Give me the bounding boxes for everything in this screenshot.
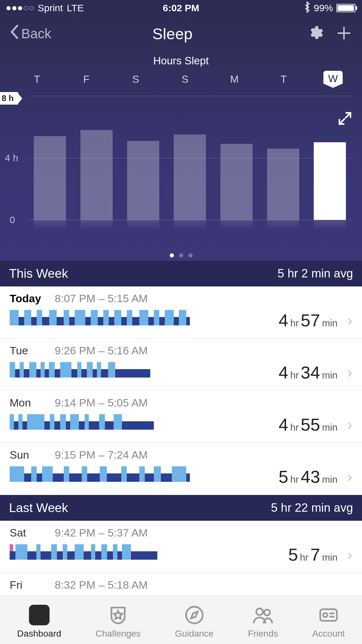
sleep-pattern-graph — [10, 414, 190, 430]
chart-day-label[interactable]: T — [274, 73, 293, 85]
sleep-duration: 4hr 57min — [279, 310, 338, 330]
sleep-time-range: 9:15 PM – 7:24 AM — [55, 449, 148, 461]
status-time: 6:02 PM — [163, 3, 199, 14]
sleep-row[interactable]: Mon 9:14 PM – 5:05 AM 4hr 55min › — [0, 391, 362, 443]
chart-bar[interactable] — [174, 135, 206, 220]
chart-day-label[interactable]: S — [126, 73, 145, 85]
compass-icon — [183, 604, 205, 626]
sleep-day-label: Tue — [10, 344, 40, 357]
svg-point-12 — [42, 614, 44, 616]
svg-point-17 — [323, 613, 327, 617]
sleep-time-range: 9:26 PM – 5:16 AM — [55, 344, 148, 357]
chevron-left-icon — [10, 24, 19, 43]
tab-label: Guidance — [175, 629, 214, 639]
tab-label: Friends — [248, 629, 278, 639]
tab-label: Account — [312, 629, 345, 639]
chart-bar[interactable] — [80, 130, 113, 220]
bluetooth-icon — [303, 2, 311, 15]
chart-y-tick: 0 — [10, 214, 15, 225]
chart-day-label[interactable]: T — [27, 73, 47, 85]
network-label: LTE — [67, 3, 84, 14]
svg-point-4 — [33, 608, 36, 611]
sleep-day-label: Fri — [10, 579, 40, 591]
section-title: Last Week — [9, 501, 68, 515]
svg-point-1 — [38, 621, 41, 623]
svg-point-15 — [264, 610, 270, 615]
sleep-pattern-graph — [10, 466, 190, 482]
sleep-duration: 5hr 7min — [288, 545, 338, 565]
section-header: This Week 5 hr 2 min avg — [0, 261, 362, 286]
sleep-day-label: Sun — [10, 449, 40, 461]
sleep-chart: Hours Slept TFSSMTW 8 h 4 h0 — [0, 51, 362, 261]
carrier-label: Sprint — [38, 3, 63, 14]
svg-point-11 — [34, 614, 37, 616]
section-header: Last Week 5 hr 22 min avg — [0, 495, 362, 521]
svg-point-0 — [38, 606, 41, 609]
tab-guidance[interactable]: Guidance — [175, 604, 214, 639]
tab-bar: Dashboard Challenges Guidance Friends Ac… — [0, 596, 362, 644]
tab-dashboard[interactable]: Dashboard — [17, 604, 61, 639]
tab-account[interactable]: Account — [312, 604, 345, 639]
gear-icon[interactable] — [307, 25, 323, 43]
chart-day-label[interactable]: S — [175, 73, 195, 85]
chart-day-label[interactable]: W — [323, 71, 343, 88]
svg-point-8 — [38, 613, 41, 616]
svg-point-10 — [38, 617, 40, 620]
chevron-right-icon: › — [347, 468, 352, 485]
svg-point-9 — [38, 610, 40, 612]
svg-point-13 — [186, 607, 203, 623]
chart-bar[interactable] — [34, 136, 66, 220]
chevron-right-icon: › — [347, 311, 352, 329]
page-title: Sleep — [38, 25, 307, 43]
account-icon — [318, 604, 339, 626]
sleep-pattern-graph — [10, 544, 190, 560]
sleep-pattern-graph — [10, 310, 190, 325]
chevron-right-icon: › — [347, 546, 352, 563]
section-title: This Week — [9, 266, 68, 281]
battery-icon — [336, 4, 356, 12]
sleep-day-label: Sat — [10, 527, 40, 539]
chart-bar[interactable] — [267, 149, 299, 220]
chart-y-tick: 4 h — [5, 153, 18, 163]
friends-icon — [252, 604, 274, 626]
chevron-right-icon: › — [347, 415, 352, 433]
svg-point-3 — [45, 613, 48, 616]
signal-strength-icon — [6, 6, 34, 10]
sleep-time-range: 9:14 PM – 5:05 AM — [55, 397, 148, 409]
sleep-row[interactable]: Sun 9:15 PM – 7:24 AM 5hr 43min › — [0, 443, 362, 495]
battery-percent: 99% — [314, 3, 333, 14]
sleep-row[interactable]: Sat 9:42 PM – 5:37 AM 5hr 7min › — [0, 521, 362, 573]
goal-badge: 8 h — [0, 92, 18, 105]
sleep-pattern-graph — [10, 362, 190, 378]
sleep-duration: 4hr 34min — [279, 362, 338, 382]
section-avg: 5 hr 2 min avg — [278, 267, 353, 280]
section-avg: 5 hr 22 min avg — [271, 501, 353, 515]
sleep-time-range: 8:07 PM – 5:15 AM — [55, 292, 148, 305]
chart-bar[interactable] — [314, 142, 346, 220]
svg-point-7 — [43, 618, 46, 621]
chart-day-label[interactable]: M — [225, 73, 244, 85]
plus-icon[interactable] — [336, 25, 352, 43]
chart-title: Hours Slept — [0, 55, 362, 67]
tab-label: Challenges — [96, 629, 141, 639]
sleep-row[interactable]: Today 8:07 PM – 5:15 AM 4hr 57min › — [0, 286, 362, 339]
status-bar: Sprint LTE 6:02 PM 99% — [0, 0, 362, 16]
sleep-day-label: Mon — [10, 397, 40, 409]
svg-point-6 — [33, 618, 36, 621]
chart-bar[interactable] — [127, 141, 159, 220]
svg-point-14 — [256, 608, 263, 615]
svg-point-5 — [43, 608, 46, 611]
sleep-day-label: Today — [10, 292, 40, 305]
chart-day-label[interactable]: F — [77, 73, 96, 85]
tab-friends[interactable]: Friends — [248, 604, 278, 639]
sleep-time-range: 8:32 PM – 5:18 AM — [55, 579, 148, 591]
page-indicator[interactable] — [170, 253, 192, 257]
chevron-right-icon: › — [347, 363, 352, 381]
sleep-row[interactable]: Tue 9:26 PM – 5:16 AM 4hr 34min › — [0, 339, 362, 391]
sleep-duration: 4hr 55min — [279, 415, 338, 434]
tab-label: Dashboard — [17, 629, 61, 639]
sleep-time-range: 9:42 PM – 5:37 AM — [55, 527, 148, 539]
svg-point-2 — [31, 613, 33, 616]
tab-challenges[interactable]: Challenges — [96, 604, 141, 639]
chart-bar[interactable] — [220, 144, 253, 220]
